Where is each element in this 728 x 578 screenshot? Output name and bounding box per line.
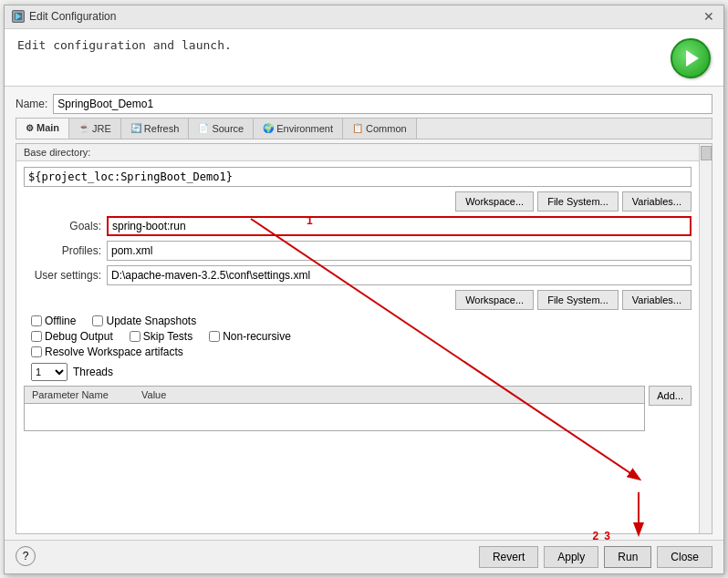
header-area: Edit configuration and launch. bbox=[5, 29, 723, 87]
run-button[interactable]: Run bbox=[604, 546, 651, 568]
panel-scrollbar[interactable] bbox=[699, 144, 712, 533]
main-tab-icon: ⚙ bbox=[26, 123, 34, 133]
update-snapshots-checkbox-item[interactable]: Update Snapshots bbox=[92, 315, 196, 327]
goals-container: Goals: 1 bbox=[24, 216, 692, 236]
offline-checkbox[interactable] bbox=[31, 315, 42, 326]
dialog-title: Edit Configuration bbox=[29, 10, 116, 23]
apply-button[interactable]: Apply bbox=[544, 546, 598, 568]
help-button[interactable]: ? bbox=[16, 546, 36, 566]
skip-tests-checkbox[interactable] bbox=[130, 331, 140, 342]
tab-common[interactable]: 📋 Common bbox=[343, 119, 417, 139]
tab-common-label: Common bbox=[366, 123, 407, 134]
base-dir-header-label: Base directory: bbox=[24, 147, 90, 158]
tab-refresh[interactable]: 🔄 Refresh bbox=[121, 119, 190, 139]
main-content: Name: ⚙ Main ☕ JRE 🔄 Refresh 📄 Source 🌍 bbox=[5, 87, 723, 540]
debug-output-checkbox-item[interactable]: Debug Output bbox=[31, 330, 113, 343]
goals-input[interactable] bbox=[107, 216, 692, 236]
panel-header: Base directory: bbox=[16, 144, 699, 161]
file-system-button-2[interactable]: File System... bbox=[537, 290, 619, 310]
button-row-1: Workspace... File System... Variables... bbox=[24, 191, 692, 212]
offline-checkbox-item[interactable]: Offline bbox=[31, 315, 76, 327]
checkbox-row-3: Resolve Workspace artifacts bbox=[31, 346, 692, 358]
apply-section: 2 Apply bbox=[544, 546, 598, 568]
svg-marker-1 bbox=[16, 13, 21, 20]
annotation-3: 3 bbox=[604, 530, 610, 542]
user-settings-label: User settings: bbox=[24, 269, 101, 282]
variables-button-1[interactable]: Variables... bbox=[622, 191, 692, 212]
common-tab-icon: 📋 bbox=[352, 123, 363, 133]
update-snapshots-label: Update Snapshots bbox=[106, 315, 196, 327]
base-dir-value: ${project_loc:SpringBoot_Demo1} bbox=[24, 167, 692, 187]
profiles-row: Profiles: bbox=[24, 241, 692, 261]
button-row-2: Workspace... File System... Variables... bbox=[24, 290, 692, 310]
play-button[interactable] bbox=[671, 38, 711, 78]
user-settings-row: User settings: bbox=[24, 265, 692, 285]
environment-tab-icon: 🌍 bbox=[263, 123, 274, 133]
annotation-2: 2 bbox=[593, 530, 599, 542]
dialog-icon bbox=[12, 10, 25, 23]
goals-label: Goals: bbox=[24, 220, 101, 232]
panel-with-scroll: Base directory: ${project_loc:SpringBoot… bbox=[16, 143, 712, 534]
tab-jre[interactable]: ☕ JRE bbox=[69, 119, 121, 139]
parameters-table: Parameter Name Value bbox=[24, 386, 645, 431]
checkbox-row-1: Offline Update Snapshots bbox=[31, 315, 692, 327]
debug-output-label: Debug Output bbox=[45, 330, 113, 343]
non-recursive-checkbox[interactable] bbox=[209, 331, 220, 342]
close-dialog-button[interactable]: ✕ bbox=[702, 9, 716, 24]
update-snapshots-checkbox[interactable] bbox=[92, 315, 103, 326]
table-header: Parameter Name Value bbox=[25, 387, 644, 404]
checkboxes-section: Offline Update Snapshots Debug Output bbox=[24, 315, 692, 358]
user-settings-input[interactable] bbox=[107, 265, 692, 285]
annotation-1: 1 bbox=[307, 214, 313, 227]
run-section: 3 Run bbox=[604, 546, 651, 568]
threads-label: Threads bbox=[73, 366, 113, 378]
source-tab-icon: 📄 bbox=[198, 123, 209, 133]
table-add-section: Add... bbox=[649, 386, 692, 431]
tabs-bar: ⚙ Main ☕ JRE 🔄 Refresh 📄 Source 🌍 Enviro… bbox=[16, 118, 712, 139]
profiles-input[interactable] bbox=[107, 241, 692, 261]
skip-tests-checkbox-item[interactable]: Skip Tests bbox=[130, 330, 192, 343]
skip-tests-label: Skip Tests bbox=[143, 330, 192, 343]
table-row-container: Parameter Name Value Add... bbox=[24, 386, 692, 431]
edit-configuration-dialog: Edit Configuration ✕ Edit configuration … bbox=[4, 5, 724, 574]
bottom-buttons: ? Revert 2 Apply 3 Run Close bbox=[5, 540, 723, 573]
title-bar-left: Edit Configuration bbox=[12, 10, 116, 23]
resolve-workspace-label: Resolve Workspace artifacts bbox=[45, 346, 183, 358]
tab-environment[interactable]: 🌍 Environment bbox=[254, 119, 343, 139]
variables-button-2[interactable]: Variables... bbox=[622, 290, 692, 310]
offline-label: Offline bbox=[45, 315, 76, 327]
workspace-button-1[interactable]: Workspace... bbox=[455, 191, 534, 212]
tab-jre-label: JRE bbox=[92, 123, 111, 134]
name-input[interactable] bbox=[53, 94, 712, 114]
refresh-tab-icon: 🔄 bbox=[130, 123, 141, 133]
non-recursive-checkbox-item[interactable]: Non-recursive bbox=[209, 330, 291, 343]
goals-row: Goals: bbox=[24, 216, 692, 236]
header-description: Edit configuration and launch. bbox=[17, 38, 232, 52]
workspace-button-2[interactable]: Workspace... bbox=[455, 290, 534, 310]
close-button[interactable]: Close bbox=[657, 546, 712, 568]
scroll-thumb bbox=[701, 146, 712, 160]
debug-output-checkbox[interactable] bbox=[31, 331, 42, 342]
resolve-workspace-checkbox-item[interactable]: Resolve Workspace artifacts bbox=[31, 346, 183, 358]
profiles-label: Profiles: bbox=[24, 244, 101, 257]
tab-refresh-label: Refresh bbox=[144, 123, 180, 134]
file-system-button-1[interactable]: File System... bbox=[537, 191, 619, 212]
title-bar: Edit Configuration ✕ bbox=[5, 5, 723, 29]
tab-main-label: Main bbox=[36, 122, 59, 133]
revert-button[interactable]: Revert bbox=[479, 546, 538, 568]
resolve-workspace-checkbox[interactable] bbox=[31, 346, 42, 357]
tab-environment-label: Environment bbox=[276, 123, 333, 134]
add-button[interactable]: Add... bbox=[649, 386, 692, 406]
table-col-value: Value bbox=[138, 388, 170, 401]
table-col-param: Parameter Name bbox=[28, 388, 138, 401]
tab-main[interactable]: ⚙ Main bbox=[16, 119, 69, 139]
name-label: Name: bbox=[16, 98, 47, 110]
jre-tab-icon: ☕ bbox=[78, 123, 89, 133]
checkbox-row-2: Debug Output Skip Tests Non-recursive bbox=[31, 330, 692, 343]
panel-body: ${project_loc:SpringBoot_Demo1} Workspac… bbox=[16, 161, 699, 533]
play-triangle-icon bbox=[686, 50, 699, 67]
threads-select[interactable]: 1 2 4 bbox=[31, 363, 68, 381]
tab-source[interactable]: 📄 Source bbox=[189, 119, 254, 139]
threads-row: 1 2 4 Threads bbox=[24, 363, 692, 381]
name-row: Name: bbox=[16, 94, 712, 114]
